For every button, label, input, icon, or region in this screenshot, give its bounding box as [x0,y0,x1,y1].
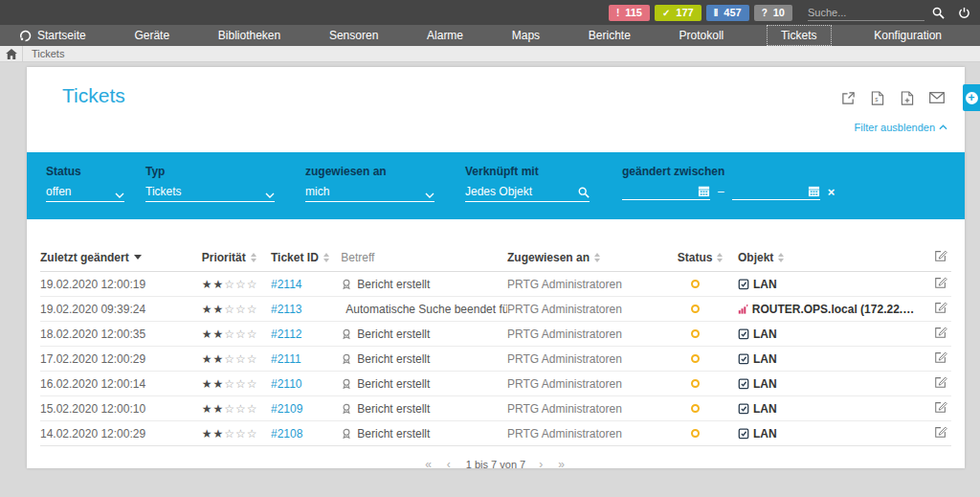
export-file-add-icon[interactable] [897,88,918,107]
priority-stars[interactable]: ★★☆☆☆ [202,402,258,416]
nav-item-tickets[interactable]: Tickets [767,25,832,46]
priority-stars[interactable]: ★★☆☆☆ [202,427,258,441]
col-header-prioritaet[interactable]: Priorität [202,251,271,264]
search-input[interactable] [808,5,924,21]
row-object-link[interactable]: LAN [738,402,918,416]
row-object-link[interactable]: LAN [738,278,918,291]
row-object-link[interactable]: LAN [738,377,918,391]
col-header-zugewiesen-an[interactable]: Zugewiesen an [507,251,678,264]
edit-ticket-icon[interactable] [934,425,947,439]
nav-item-sensoren[interactable]: Sensoren [323,26,384,45]
edit-ticket-icon[interactable] [934,276,947,289]
nav-item-startseite[interactable]: Startseite [13,26,92,45]
edit-ticket-icon[interactable] [934,375,947,389]
filter-linked-value: Jedes Objekt [465,185,532,198]
row-subject: Automatische Suche beendet für "... [345,303,507,316]
open-new-window-icon[interactable] [837,88,858,107]
logout-power-icon[interactable] [958,7,970,19]
ticket-id-link[interactable]: #2110 [271,377,301,391]
filter-toggle-link[interactable]: Filter ausblenden [855,122,947,133]
col-header-status[interactable]: Status [678,251,738,264]
status-open-icon [691,404,700,413]
ticket-row[interactable]: 15.02.2020 12:00:10 ★★☆☆☆ #2109 Bericht … [40,396,951,421]
ticket-id-link[interactable]: #2113 [271,303,301,316]
nav-item-bibliotheken[interactable]: Bibliotheken [212,26,286,45]
row-object-link[interactable]: LAN [738,328,918,341]
priority-stars[interactable]: ★★☆☆☆ [202,352,258,366]
email-icon[interactable] [926,88,947,107]
row-subject: Bericht erstellt [357,328,430,341]
nav-item-maps[interactable]: Maps [506,26,546,45]
row-object-label: LAN [753,402,777,416]
date-to-field[interactable] [732,185,820,200]
nav-label: Bibliotheken [218,29,280,42]
priority-stars[interactable]: ★★☆☆☆ [202,328,258,341]
breadcrumb-item-tickets[interactable]: Tickets [23,48,64,59]
ticket-row[interactable]: 19.02.2020 09:39:24 ★★☆☆☆ #2113 Automati… [40,297,951,322]
ticket-row[interactable]: 17.02.2020 12:00:29 ★★☆☆☆ #2111 Bericht … [40,347,951,372]
row-object-link[interactable]: LAN [738,352,918,366]
home-icon[interactable] [0,46,23,61]
nav-label: Konfiguration [874,29,942,42]
badge-ok[interactable]: ✓ 177 [655,5,702,21]
ticket-id-link[interactable]: #2108 [271,427,302,441]
col-header-zuletzt-geaendert[interactable]: Zuletzt geändert [40,251,202,264]
row-date: 19.02.2020 09:39:24 [40,303,145,316]
ticket-row[interactable]: 14.02.2020 12:00:29 ★★☆☆☆ #2108 Bericht … [40,421,951,446]
ticket-row[interactable]: 19.02.2020 12:00:19 ★★☆☆☆ #2114 Bericht … [40,272,951,297]
nav-item-protokoll[interactable]: Protokoll [674,26,730,45]
ticket-id-link[interactable]: #2111 [271,352,301,366]
stars-empty: ☆☆☆ [224,427,257,441]
priority-stars[interactable]: ★★☆☆☆ [202,278,258,291]
col-header-ticket-id[interactable]: Ticket ID [271,251,341,264]
group-icon [738,427,749,440]
first-page-button[interactable]: « [425,458,434,471]
ticket-icon [341,328,352,340]
priority-stars[interactable]: ★★☆☆☆ [202,303,258,316]
date-from-field[interactable] [622,185,710,200]
filter-typ-select[interactable]: Tickets [145,185,275,202]
sort-icon [778,253,784,262]
filter-assigned-select[interactable]: mich [305,185,434,202]
pagination-label: 1 bis 7 von 7 [466,459,525,470]
edit-ticket-icon[interactable] [934,400,947,414]
ticket-id-link[interactable]: #2114 [271,278,301,291]
export-xml-icon[interactable]: s [867,88,888,107]
edit-ticket-icon[interactable] [934,301,947,314]
ticket-row[interactable]: 16.02.2020 12:00:14 ★★☆☆☆ #2110 Bericht … [40,372,951,396]
nav-item-berichte[interactable]: Berichte [583,26,636,45]
stars-filled: ★★ [202,328,225,341]
row-object-link[interactable]: LAN [738,427,918,441]
add-ticket-tab[interactable]: + [963,84,980,111]
next-page-button[interactable]: › [539,458,545,471]
status-open-icon [691,280,700,288]
col-header-objekt[interactable]: Objekt [738,251,918,264]
status-open-icon [691,354,700,363]
edit-ticket-icon[interactable] [934,350,947,364]
prev-page-button[interactable]: ‹ [447,458,453,471]
device-icon [738,304,748,315]
last-page-button[interactable]: » [558,458,567,471]
badge-error[interactable]: ! 115 [609,5,650,21]
ticket-id-link[interactable]: #2112 [271,328,301,341]
edit-columns-icon[interactable] [934,249,947,262]
nav-item-konfiguration[interactable]: Konfiguration [868,26,947,45]
badge-paused[interactable]: II 457 [706,5,749,21]
edit-ticket-icon[interactable] [934,326,947,339]
nav-label: Alarme [427,29,463,42]
search-icon[interactable] [932,7,945,19]
ticket-row[interactable]: 18.02.2020 12:00:35 ★★☆☆☆ #2112 Bericht … [40,322,951,347]
filter-changed-label: geändert zwischen [622,165,835,178]
priority-stars[interactable]: ★★☆☆☆ [202,377,258,391]
clear-dates-button[interactable]: × [828,185,835,200]
nav-item-geraete[interactable]: Geräte [128,26,175,45]
calendar-icon [808,185,820,197]
filter-linked-object-picker[interactable]: Jedes Objekt [465,185,590,202]
nav-item-alarme[interactable]: Alarme [421,26,469,45]
badge-ok-count: 177 [676,7,693,18]
nav-label: Maps [512,29,540,42]
row-object-link[interactable]: ROUTER.OPS.local (172.22.72.1) [L... [738,303,918,316]
ticket-id-link[interactable]: #2109 [271,402,302,416]
filter-status-select[interactable]: offen [46,185,124,202]
badge-unknown[interactable]: ? 10 [754,5,792,21]
